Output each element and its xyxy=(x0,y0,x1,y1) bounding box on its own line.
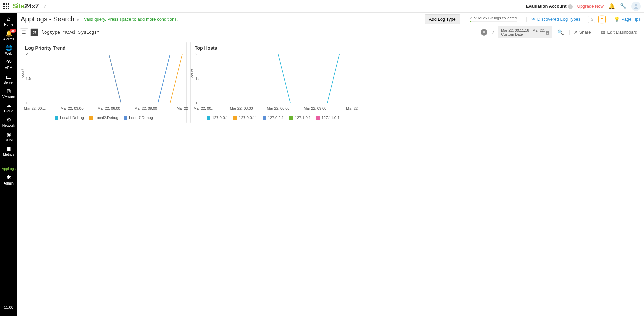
sidebar-badge: 28 xyxy=(10,29,16,33)
bulb-icon: 💡 xyxy=(614,17,620,22)
legend-item[interactable]: 127.0.0.1 xyxy=(207,116,228,120)
sidebar-item-home[interactable]: ⌂Home xyxy=(0,14,17,29)
calendar-icon: ▦ xyxy=(545,30,550,35)
sidebar-icon: ◉ xyxy=(6,131,11,137)
share-icon: ↗ xyxy=(574,30,577,35)
legend-item[interactable]: 127.0.0.11 xyxy=(233,116,257,120)
sidebar-icon: ≡ xyxy=(7,160,10,166)
chart-plot: 11.52Mar 22, 00:…Mar 22, 03:00Mar 22, 06… xyxy=(205,54,352,103)
sidebar-label: Metrics xyxy=(3,152,14,156)
main-area: AppLogs - Search ▾ Valid query. Press sp… xyxy=(17,13,644,316)
page-title[interactable]: AppLogs - Search ▾ xyxy=(21,15,79,23)
sidebar-item-alarms[interactable]: 🔔Alarms28 xyxy=(0,29,17,43)
upgrade-link[interactable]: Upgrade Now xyxy=(577,4,604,9)
sidebar-label: Home xyxy=(4,22,13,27)
log-usage: 3.73 MB/5 GB logs collected xyxy=(465,16,522,22)
sidebar-item-web[interactable]: 🌐Web xyxy=(0,43,17,57)
legend-item[interactable]: 127.11.0.1 xyxy=(316,116,339,120)
sidebar-icon: ⌂ xyxy=(7,16,10,22)
eye-icon: 👁 xyxy=(531,17,536,22)
caret-icon: ▾ xyxy=(77,18,79,22)
sidebar-item-rum[interactable]: ◉RUM xyxy=(0,129,17,144)
chart-card: Log Priority Trend count 11.52Mar 22, 00… xyxy=(21,42,187,123)
sidebar-icon: ✱ xyxy=(6,175,11,180)
chart-card: Top Hosts count 11.52Mar 22, 00:…Mar 22,… xyxy=(190,42,356,123)
chart-plot: 11.52Mar 22, 00:…Mar 22, 03:00Mar 22, 06… xyxy=(35,54,182,103)
sidebar-icon: 🖴 xyxy=(6,74,12,80)
legend-item[interactable]: Local2.Debug xyxy=(89,116,118,120)
tools-icon[interactable]: 🔧 xyxy=(620,3,627,9)
legend-item[interactable]: 127.1.0.1 xyxy=(289,116,311,120)
y-axis-label: count xyxy=(190,69,194,78)
home-small-icon[interactable]: ⌂ xyxy=(588,16,595,23)
logo: Site24x7 xyxy=(13,2,39,10)
sidebar-item-admin[interactable]: ✱Admin xyxy=(0,173,17,187)
sidebar-label: VMware xyxy=(2,95,15,99)
pie-view-button[interactable]: ◔ xyxy=(30,28,38,36)
grid-icon: ▦ xyxy=(601,30,605,35)
page-tips-link[interactable]: 💡Page Tips xyxy=(614,17,641,22)
valid-query-message: Valid query. Press space to add more con… xyxy=(84,17,178,22)
legend-item[interactable]: Local1.Debug xyxy=(55,116,84,120)
add-log-type-button[interactable]: Add Log Type xyxy=(425,14,460,24)
sidebar-item-applogs[interactable]: ≡AppLogs xyxy=(0,158,17,173)
sidebar-icon: ⚙ xyxy=(6,117,11,123)
sidebar-item-vmware[interactable]: ⧉VMware xyxy=(0,86,17,101)
notification-icon[interactable]: 🔔 xyxy=(608,3,615,9)
search-icon[interactable]: 🔍 xyxy=(554,29,567,35)
sidebar-clock: 11:00 xyxy=(4,305,13,309)
sidebar-label: APM xyxy=(5,66,13,70)
account-label: Evaluation Accounti xyxy=(526,4,573,9)
usage-bar xyxy=(470,21,517,22)
sidebar-icon: ⧉ xyxy=(7,88,11,94)
apps-icon[interactable] xyxy=(3,3,9,9)
highlighted-action-icon[interactable]: ≡ xyxy=(597,15,607,24)
sidebar-label: Network xyxy=(2,123,15,127)
sidebar: ⌂Home🔔Alarms28🌐Web👁APM🖴Server⧉VMware☁Clo… xyxy=(0,13,17,316)
usage-text: 3.73 MB/5 GB logs collected xyxy=(470,16,517,20)
chart-legend: Local1.DebugLocal2.DebugLocal7.Debug xyxy=(21,113,186,123)
subheader: AppLogs - Search ▾ Valid query. Press sp… xyxy=(17,13,644,26)
discovered-log-types-link[interactable]: 👁Discovered Log Types xyxy=(526,17,580,22)
y-axis-label: count xyxy=(20,69,24,78)
sidebar-icon: 🌐 xyxy=(5,45,12,51)
chart-title: Log Priority Trend xyxy=(21,42,186,52)
top-header: Site24x7 ⤢ Evaluation Accounti Upgrade N… xyxy=(0,0,644,13)
legend-item[interactable]: 127.0.2.1 xyxy=(263,116,284,120)
sidebar-item-apm[interactable]: 👁APM xyxy=(0,57,17,72)
chart-legend: 127.0.0.1127.0.0.11127.0.2.1127.1.0.1127… xyxy=(191,113,356,123)
sidebar-item-cloud[interactable]: ☁Cloud xyxy=(0,101,17,115)
info-icon[interactable]: i xyxy=(568,4,573,9)
avatar[interactable] xyxy=(631,2,641,11)
legend-item[interactable]: Local7.Debug xyxy=(124,116,153,120)
sidebar-item-metrics[interactable]: ≣Metrics xyxy=(0,144,17,158)
sidebar-item-network[interactable]: ⚙Network xyxy=(0,115,17,129)
sidebar-label: Admin xyxy=(4,181,14,185)
dashboard: Log Priority Trend count 11.52Mar 22, 00… xyxy=(17,38,644,316)
query-help-icon[interactable]: ? xyxy=(489,30,496,35)
sidebar-label: RUM xyxy=(5,138,13,142)
svg-point-0 xyxy=(635,4,637,6)
query-input[interactable] xyxy=(40,28,479,36)
sidebar-icon: ☁ xyxy=(6,103,12,108)
sidebar-label: Cloud xyxy=(4,109,13,113)
clear-query-button[interactable]: ✕ xyxy=(481,29,487,36)
edit-dashboard-button[interactable]: ▦Edit Dashboard xyxy=(597,30,641,35)
sidebar-label: Web xyxy=(5,51,12,55)
query-bar: ☱ ◔ ✕ ? Mar 22, 00:11:18 - Mar 22, ... C… xyxy=(17,26,644,38)
chart-title: Top Hosts xyxy=(191,42,356,52)
sidebar-icon: 👁 xyxy=(6,59,12,65)
expand-icon[interactable]: ⤢ xyxy=(43,4,47,9)
toggle-view-button[interactable]: ☱ xyxy=(20,28,28,36)
share-button[interactable]: ↗Share xyxy=(569,30,595,35)
sidebar-item-server[interactable]: 🖴Server xyxy=(0,72,17,86)
sidebar-icon: ≣ xyxy=(6,146,11,152)
sidebar-label: Server xyxy=(4,80,14,84)
sidebar-label: AppLogs xyxy=(2,167,15,171)
sidebar-label: Alarms xyxy=(3,37,14,41)
date-range-picker[interactable]: Mar 22, 00:11:18 - Mar 22, ... Custom Da… xyxy=(498,26,551,38)
